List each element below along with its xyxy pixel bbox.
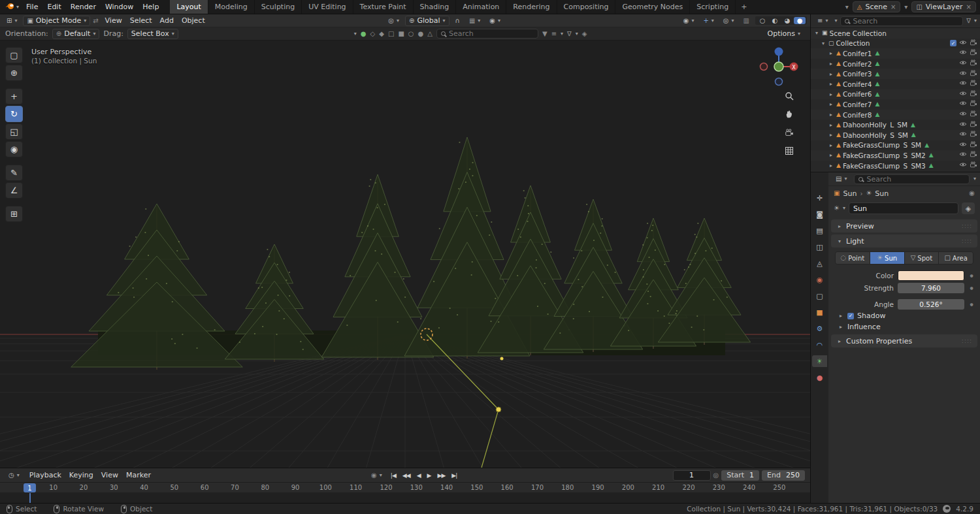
- expand-icon[interactable]: ▸: [828, 112, 834, 118]
- blender-menu-button[interactable]: ▾: [3, 0, 22, 14]
- hide-in-viewport-icon[interactable]: [959, 140, 967, 150]
- jump-to-next-keyframe-button[interactable]: ▶▶: [435, 472, 448, 479]
- viewlayer-selector[interactable]: ◫ ViewLayer ×: [911, 1, 976, 12]
- outliner-item-conifer1[interactable]: ▸▲Conifer1▲: [811, 48, 980, 59]
- scene-tab-icon[interactable]: ◬: [812, 257, 827, 269]
- shading-wireframe-button[interactable]: ○: [757, 17, 768, 24]
- breadcrumb-object[interactable]: Sun: [843, 189, 857, 198]
- hide-in-viewport-icon[interactable]: [959, 110, 967, 120]
- workspace-tab-compositing[interactable]: Compositing: [557, 0, 616, 14]
- timeline-editor-type-button[interactable]: ◷▾: [5, 472, 23, 479]
- expand-icon[interactable]: ▸: [828, 122, 834, 128]
- animate-dot-icon[interactable]: ●: [968, 285, 975, 290]
- outliner-item-conifer2[interactable]: ▸▲Conifer2▲: [811, 59, 980, 69]
- disable-in-renders-icon[interactable]: [970, 79, 977, 89]
- hide-in-viewport-icon[interactable]: [959, 120, 967, 130]
- workspace-tab-animation[interactable]: Animation: [456, 0, 506, 14]
- workspace-tab-texture-paint[interactable]: Texture Paint: [353, 0, 414, 14]
- header-toggle-icon-2[interactable]: ◆: [379, 31, 384, 37]
- light-panel-header[interactable]: ▾ Light ::::: [831, 234, 977, 248]
- expand-icon[interactable]: ▸: [828, 101, 834, 107]
- viewlayer-browse-icon[interactable]: ▾: [904, 4, 907, 10]
- expand-icon[interactable]: ▸: [828, 142, 834, 148]
- editor-type-button[interactable]: ⊞▾: [3, 17, 20, 25]
- header-toggle-icon-7[interactable]: △: [427, 31, 433, 37]
- gizmos-button[interactable]: +▾: [700, 17, 717, 25]
- workspace-tab-geometry-nodes[interactable]: Geometry Nodes: [615, 0, 690, 14]
- outliner-search-input[interactable]: [853, 17, 958, 25]
- disable-in-renders-icon[interactable]: [970, 89, 977, 99]
- light-name-field[interactable]: [849, 202, 958, 214]
- expand-icon[interactable]: ▸: [828, 71, 834, 77]
- proportional-editing-toggle[interactable]: ◉▾: [486, 17, 504, 25]
- expand-icon[interactable]: ▸: [828, 163, 834, 169]
- annotate-tool[interactable]: ✎: [5, 165, 23, 181]
- menu-help[interactable]: Help: [138, 1, 163, 12]
- object-visibility-button[interactable]: ◉▾: [680, 17, 698, 25]
- outliner-item-fakegrassclump-s-sm[interactable]: ▸▲FakeGrassClump_S_SM▲: [811, 140, 980, 151]
- properties-options-caret-icon[interactable]: ▾: [973, 176, 976, 182]
- shadow-checkbox[interactable]: ✓: [847, 313, 854, 319]
- object-tab-icon[interactable]: ■: [812, 306, 827, 318]
- light-data-caret-icon[interactable]: ▾: [843, 206, 845, 211]
- hide-in-viewport-icon[interactable]: [959, 69, 967, 79]
- expand-icon[interactable]: ▸: [828, 50, 834, 56]
- play-reverse-button[interactable]: ◀: [414, 472, 423, 479]
- expand-icon[interactable]: ▾: [813, 30, 820, 36]
- timeline-menu-playback[interactable]: Playback: [25, 470, 65, 480]
- frame-end-field[interactable]: End 250: [762, 470, 805, 481]
- workspace-tab-modeling[interactable]: Modeling: [208, 0, 255, 14]
- custom-properties-panel-header[interactable]: ▸ Custom Properties ::::: [831, 334, 977, 347]
- filter-funnel-icon[interactable]: ∇: [567, 31, 572, 37]
- orientation-setting-dropdown[interactable]: ⊕Default▾: [52, 29, 100, 39]
- outliner-item-conifer7[interactable]: ▸▲Conifer7▲: [811, 99, 980, 110]
- shading-material-button[interactable]: ◕: [781, 17, 793, 24]
- disable-in-renders-icon[interactable]: [970, 140, 977, 150]
- disable-in-renders-icon[interactable]: [970, 120, 977, 130]
- hide-in-viewport-icon[interactable]: [959, 161, 967, 170]
- render-tab-icon[interactable]: ◙: [812, 208, 827, 220]
- scene-selector[interactable]: ◬ Scene ×: [853, 1, 901, 12]
- viewport-menu-view[interactable]: View: [101, 16, 126, 25]
- pin-icon[interactable]: ◉: [969, 190, 975, 197]
- properties-search-input[interactable]: [866, 175, 965, 184]
- viewport-menu-add[interactable]: Add: [156, 16, 178, 25]
- shading-rendered-button[interactable]: ●: [794, 17, 806, 24]
- outliner-filter-icon[interactable]: ∇: [966, 18, 971, 24]
- outliner-item-conifer3[interactable]: ▸▲Conifer3▲: [811, 69, 980, 79]
- shading-solid-button[interactable]: ◐: [769, 17, 781, 24]
- timeline-track[interactable]: [0, 493, 810, 503]
- timeline-menu-keying[interactable]: Keying: [65, 470, 97, 480]
- expand-icon[interactable]: ▸: [828, 132, 834, 138]
- menu-window[interactable]: Window: [101, 1, 138, 12]
- object-data-tab-icon[interactable]: ☀: [812, 355, 827, 367]
- light-type-point-button[interactable]: ◌Point: [836, 252, 870, 264]
- workspace-tab-scripting[interactable]: Scripting: [690, 0, 736, 14]
- hide-in-viewport-icon[interactable]: [959, 39, 967, 48]
- world-tab-icon[interactable]: ◉: [812, 274, 827, 285]
- outliner-filter-caret-icon[interactable]: ▾: [974, 18, 977, 24]
- scale-tool[interactable]: ◱: [5, 123, 23, 140]
- workspace-tab-layout[interactable]: Layout: [170, 0, 208, 14]
- snap-toggle[interactable]: ∩: [452, 17, 463, 25]
- frame-start-field[interactable]: Start 1: [721, 470, 759, 481]
- unlink-scene-icon[interactable]: ×: [890, 4, 896, 10]
- drag-setting-dropdown[interactable]: Select Box▾: [127, 29, 178, 39]
- outliner-editor-type-button[interactable]: ≡▾: [814, 17, 831, 25]
- timeline-menu-marker[interactable]: Marker: [122, 470, 155, 480]
- material-preview-sphere-icon[interactable]: ●: [361, 31, 367, 37]
- snap-settings-button[interactable]: ▦▾: [466, 17, 483, 25]
- expand-icon[interactable]: ▸: [828, 81, 834, 87]
- 3d-viewport[interactable]: User Perspective (1) Collection | Sun ▢⊕…: [0, 40, 810, 468]
- breadcrumb-data[interactable]: Sun: [875, 189, 889, 198]
- mode-selector[interactable]: ▣Object Mode▾: [23, 16, 90, 26]
- filter-caret-icon[interactable]: ▾: [576, 31, 578, 37]
- light-type-sun-button[interactable]: ☀Sun: [870, 252, 905, 264]
- outliner-collection[interactable]: ▾▢Collection✓: [811, 39, 980, 49]
- header-toggle-icon-3[interactable]: □: [388, 31, 394, 37]
- timeline-menu-view[interactable]: View: [97, 470, 122, 480]
- options-button[interactable]: Options▾: [763, 29, 805, 39]
- transform-tool[interactable]: ◉: [5, 141, 23, 157]
- ortho-grid-icon[interactable]: [782, 144, 796, 158]
- header-toggle-icon-5[interactable]: ○: [408, 31, 414, 37]
